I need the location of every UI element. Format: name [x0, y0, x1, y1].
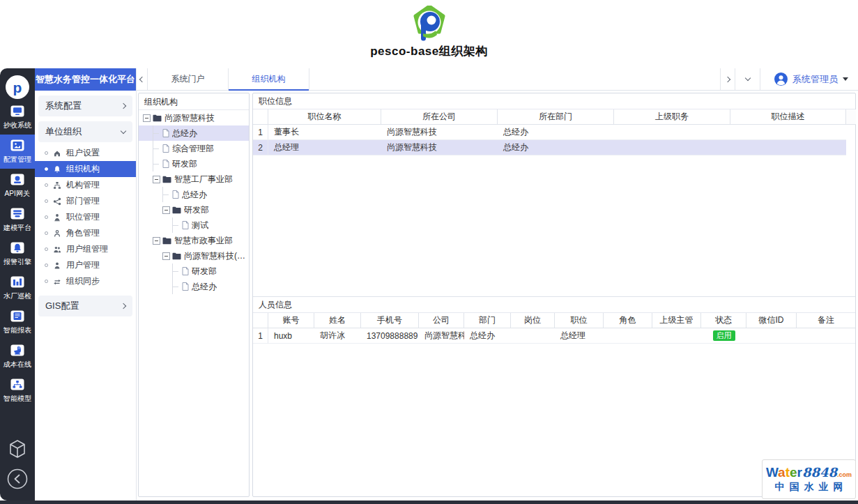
rail-logo-icon: p: [6, 75, 29, 99]
tabs-dropdown-button[interactable]: [735, 68, 760, 90]
rail-item-smart-model[interactable]: 智能模型: [0, 374, 35, 408]
column-header: 岗位: [511, 313, 555, 328]
collapse-toggle-icon[interactable]: [162, 206, 170, 214]
chevron-right-icon: [121, 103, 126, 109]
bullet-icon: [45, 264, 48, 267]
tree-node[interactable]: 研发部: [139, 264, 249, 279]
nav-item-user-group-management[interactable]: 用户组管理: [35, 241, 136, 257]
chevron-down-icon: [121, 128, 126, 133]
user-menu[interactable]: 系统管理员: [760, 68, 858, 90]
tree-node[interactable]: 研发部: [139, 156, 249, 171]
nav-item-position-management[interactable]: 职位管理: [35, 209, 136, 225]
home-icon: [53, 149, 61, 158]
collapse-toggle-icon[interactable]: [162, 252, 170, 260]
tree-node[interactable]: 智慧工厂事业部: [139, 171, 249, 187]
personnel-section-title: 人员信息: [253, 297, 855, 313]
pesco-logo-icon: [413, 6, 445, 42]
folder-icon: [162, 237, 171, 245]
water8848-watermark: Water 8848 .com 中国水业网: [762, 459, 856, 499]
tree-node[interactable]: 研发部: [139, 202, 249, 217]
tree-node[interactable]: 尚源智慧科技(武汉): [139, 248, 249, 264]
tree-connector: [162, 187, 170, 202]
rail-item-cost-online[interactable]: 成本在线: [0, 339, 35, 374]
bullet-icon: [45, 199, 48, 203]
nav-item-org-sync[interactable]: 组织同步: [35, 273, 136, 289]
column-header: 角色: [604, 313, 652, 328]
role-person-icon: [53, 229, 61, 238]
picture-icon: [10, 139, 24, 151]
rail-item-meter-reading[interactable]: 抄收系统: [0, 100, 35, 135]
rail-item-plant-inspection[interactable]: 水厂巡检: [0, 271, 35, 305]
folder-icon: [153, 114, 162, 122]
position-table-row[interactable]: 1 董事长 尚源智慧科技 总经办: [253, 125, 855, 140]
tabs-scroll-left-button[interactable]: [137, 68, 148, 90]
personnel-table-row[interactable]: 1 huxb 胡许冰 13709888889 尚源智慧科技 总经办 总经理 启用: [253, 328, 855, 344]
column-header: 姓名: [314, 313, 361, 328]
collapse-toggle-icon[interactable]: [153, 237, 160, 245]
tab-org-structure[interactable]: 组织机构: [229, 68, 309, 90]
tree-connector: [172, 279, 180, 294]
chevron-right-icon: [725, 76, 730, 82]
sitemap-icon: [53, 181, 61, 190]
rail-item-alarm-engine[interactable]: 报警引擎: [0, 237, 35, 271]
collapse-sidebar-button[interactable]: [7, 468, 28, 489]
nav-item-department-management[interactable]: 部门管理: [35, 193, 136, 209]
bullet-icon: [45, 167, 48, 171]
tree-node[interactable]: 总经办: [139, 279, 249, 294]
app-rail: p 抄收系统 配置管理 API网关 建模平台 报警引擎 水厂巡检 智能报表: [0, 68, 35, 501]
users-icon: [53, 245, 61, 254]
tree-node[interactable]: 总经办: [139, 187, 249, 202]
table-scrollbar-gutter: [846, 109, 856, 125]
position-table-row-selected[interactable]: 2 总经理 尚源智慧科技 总经办: [253, 140, 855, 155]
position-person-icon: [53, 213, 61, 222]
rail-item-config-management[interactable]: 配置管理: [0, 135, 35, 169]
nav-group-gis-config[interactable]: GIS配置: [38, 296, 132, 316]
collapse-toggle-icon[interactable]: [143, 114, 151, 122]
column-header: 上级主管: [652, 313, 701, 328]
tab-system-portal[interactable]: 系统门户: [148, 68, 229, 90]
file-icon: [182, 267, 189, 275]
rail-item-modeling-platform[interactable]: 建模平台: [0, 203, 35, 237]
column-header: 公司: [419, 313, 464, 328]
tree-node[interactable]: 测试: [139, 217, 249, 233]
nav-item-user-management[interactable]: 用户管理: [35, 257, 136, 273]
rail-item-api-gateway[interactable]: API网关: [0, 169, 35, 203]
bell-icon: [53, 165, 61, 174]
column-header: 所在公司: [381, 109, 498, 125]
file-icon: [162, 144, 169, 153]
nav-item-role-management[interactable]: 角色管理: [35, 225, 136, 241]
org-tree-panel: 组织机构 尚源智慧科技 总经办 综合管理部 研发部 智慧工厂事业部: [138, 93, 250, 497]
chevron-right-icon: [121, 303, 126, 309]
tabs-scroll-right-button[interactable]: [720, 68, 735, 90]
tree-node-selected[interactable]: 总经办: [139, 125, 249, 141]
cube-icon[interactable]: [8, 439, 26, 459]
rail-item-smart-report[interactable]: 智能报表: [0, 305, 35, 339]
status-badge: 启用: [713, 330, 735, 341]
nav-item-institution-management[interactable]: 机构管理: [35, 177, 136, 193]
column-header: 上级职务: [614, 109, 730, 125]
nav-group-system-config[interactable]: 系统配置: [38, 96, 132, 116]
tree-node[interactable]: 智慧市政事业部: [139, 233, 249, 248]
nav-item-org-structure[interactable]: 组织机构: [35, 161, 136, 177]
share-nodes-icon: [53, 197, 61, 206]
tree-connector: [153, 125, 160, 141]
pie-chart-icon: [10, 344, 24, 356]
nav-group-unit-org[interactable]: 单位组织: [38, 121, 132, 142]
tree-node[interactable]: 尚源智慧科技: [139, 110, 249, 125]
column-header: 账号: [268, 313, 314, 328]
tree-node[interactable]: 综合管理部: [139, 141, 249, 156]
tree-panel-title: 组织机构: [139, 93, 249, 110]
tree-connector: [153, 141, 160, 156]
collapse-toggle-icon[interactable]: [153, 176, 160, 183]
column-header: 部门: [464, 313, 511, 328]
main-panel: 职位信息 职位名称 所在公司 所在部门 上级职务 职位描述 1 董事长 尚源智慧…: [252, 93, 856, 497]
index-header-cell: [253, 109, 268, 125]
personnel-table-header: 账号 姓名 手机号 公司 部门 岗位 职位 角色 上级主管 状态 微信ID 备注: [253, 313, 855, 328]
sync-arrows-icon: [53, 277, 61, 286]
nav-item-tenant-settings[interactable]: 租户设置: [35, 145, 136, 161]
column-header: 所在部门: [498, 109, 614, 125]
file-icon: [162, 160, 169, 168]
bullet-icon: [45, 231, 48, 235]
column-header: 职位名称: [268, 109, 381, 125]
hierarchy-icon: [10, 379, 24, 390]
